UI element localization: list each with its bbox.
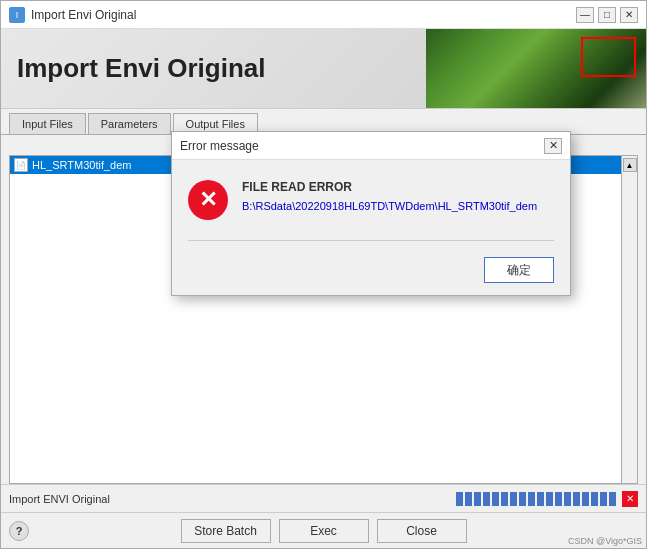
dialog-overlay: Error message ✕ ✕ FILE READ ERROR B:\RSd… (1, 1, 646, 548)
error-text-block: FILE READ ERROR B:\RSdata\20220918HL69TD… (242, 180, 554, 212)
dialog-separator (188, 240, 554, 241)
confirm-button[interactable]: 确定 (484, 257, 554, 283)
error-dialog: Error message ✕ ✕ FILE READ ERROR B:\RSd… (171, 131, 571, 296)
error-icon: ✕ (188, 180, 228, 220)
error-type: FILE READ ERROR (242, 180, 554, 194)
dialog-title: Error message (180, 139, 259, 153)
dialog-close-button[interactable]: ✕ (544, 138, 562, 154)
dialog-content: ✕ FILE READ ERROR B:\RSdata\20220918HL69… (172, 160, 570, 232)
main-window: I Import Envi Original — □ ✕ Import Envi… (0, 0, 647, 549)
dialog-title-bar: Error message ✕ (172, 132, 570, 160)
dialog-footer: 确定 (172, 249, 570, 295)
error-path: B:\RSdata\20220918HL69TD\TWDdem\HL_SRTM3… (242, 200, 554, 212)
